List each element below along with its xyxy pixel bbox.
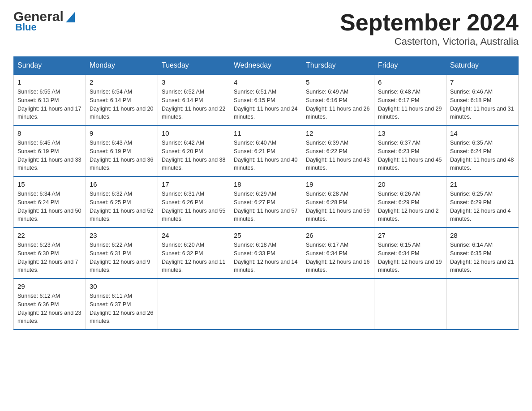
day-number: 22 <box>17 231 82 239</box>
day-number: 18 <box>234 180 298 188</box>
day-number: 25 <box>234 231 298 239</box>
table-row: 20 Sunrise: 6:26 AMSunset: 6:29 PMDaylig… <box>374 176 446 227</box>
table-row: 14 Sunrise: 6:35 AMSunset: 6:24 PMDaylig… <box>446 125 519 176</box>
day-info: Sunrise: 6:37 AMSunset: 6:23 PMDaylight:… <box>378 139 442 172</box>
day-number: 21 <box>450 180 515 188</box>
col-thursday: Thursday <box>302 57 374 75</box>
day-info: Sunrise: 6:55 AMSunset: 6:13 PMDaylight:… <box>17 88 82 121</box>
table-row: 21 Sunrise: 6:25 AMSunset: 6:29 PMDaylig… <box>446 176 519 227</box>
day-info: Sunrise: 6:17 AMSunset: 6:34 PMDaylight:… <box>306 241 370 274</box>
day-number: 27 <box>378 231 442 239</box>
table-row: 2 Sunrise: 6:54 AMSunset: 6:14 PMDayligh… <box>86 74 158 125</box>
day-info: Sunrise: 6:31 AMSunset: 6:26 PMDaylight:… <box>162 190 226 223</box>
table-row: 27 Sunrise: 6:15 AMSunset: 6:34 PMDaylig… <box>374 227 446 278</box>
table-row: 25 Sunrise: 6:18 AMSunset: 6:33 PMDaylig… <box>230 227 302 278</box>
logo-blue: Blue <box>15 21 37 33</box>
table-row: 8 Sunrise: 6:45 AMSunset: 6:19 PMDayligh… <box>14 125 86 176</box>
table-row: 3 Sunrise: 6:52 AMSunset: 6:14 PMDayligh… <box>158 74 230 125</box>
day-number: 16 <box>90 180 154 188</box>
day-info: Sunrise: 6:12 AMSunset: 6:36 PMDaylight:… <box>17 292 82 325</box>
day-info: Sunrise: 6:34 AMSunset: 6:24 PMDaylight:… <box>17 190 82 223</box>
table-row: 30 Sunrise: 6:11 AMSunset: 6:37 PMDaylig… <box>86 278 158 330</box>
day-info: Sunrise: 6:26 AMSunset: 6:29 PMDaylight:… <box>378 190 442 223</box>
table-row <box>158 278 230 330</box>
table-row: 29 Sunrise: 6:12 AMSunset: 6:36 PMDaylig… <box>14 278 86 330</box>
day-info: Sunrise: 6:23 AMSunset: 6:30 PMDaylight:… <box>17 241 82 274</box>
day-info: Sunrise: 6:25 AMSunset: 6:29 PMDaylight:… <box>450 190 515 223</box>
day-info: Sunrise: 6:28 AMSunset: 6:28 PMDaylight:… <box>306 190 370 223</box>
calendar-table: Sunday Monday Tuesday Wednesday Thursday… <box>13 56 519 330</box>
day-number: 17 <box>162 180 226 188</box>
day-number: 11 <box>234 129 298 137</box>
day-number: 15 <box>17 180 82 188</box>
calendar-title: September 2024 <box>340 9 519 36</box>
day-info: Sunrise: 6:29 AMSunset: 6:27 PMDaylight:… <box>234 190 298 223</box>
table-row: 5 Sunrise: 6:49 AMSunset: 6:16 PMDayligh… <box>302 74 374 125</box>
day-number: 14 <box>450 129 515 137</box>
col-saturday: Saturday <box>446 57 519 75</box>
calendar-week-row: 15 Sunrise: 6:34 AMSunset: 6:24 PMDaylig… <box>14 176 519 227</box>
day-info: Sunrise: 6:48 AMSunset: 6:17 PMDaylight:… <box>378 88 442 121</box>
table-row: 9 Sunrise: 6:43 AMSunset: 6:19 PMDayligh… <box>86 125 158 176</box>
table-row <box>230 278 302 330</box>
table-row: 1 Sunrise: 6:55 AMSunset: 6:13 PMDayligh… <box>14 74 86 125</box>
logo-triangle-icon <box>64 10 77 23</box>
calendar-week-row: 8 Sunrise: 6:45 AMSunset: 6:19 PMDayligh… <box>14 125 519 176</box>
day-info: Sunrise: 6:35 AMSunset: 6:24 PMDaylight:… <box>450 139 515 172</box>
table-row: 22 Sunrise: 6:23 AMSunset: 6:30 PMDaylig… <box>14 227 86 278</box>
table-row: 26 Sunrise: 6:17 AMSunset: 6:34 PMDaylig… <box>302 227 374 278</box>
day-info: Sunrise: 6:22 AMSunset: 6:31 PMDaylight:… <box>90 241 154 274</box>
table-row: 18 Sunrise: 6:29 AMSunset: 6:27 PMDaylig… <box>230 176 302 227</box>
day-info: Sunrise: 6:52 AMSunset: 6:14 PMDaylight:… <box>162 88 226 121</box>
day-number: 30 <box>90 283 154 290</box>
calendar-week-row: 22 Sunrise: 6:23 AMSunset: 6:30 PMDaylig… <box>14 227 519 278</box>
title-section: September 2024 Casterton, Victoria, Aust… <box>340 9 519 47</box>
day-number: 7 <box>450 78 515 86</box>
day-number: 19 <box>306 180 370 188</box>
col-tuesday: Tuesday <box>158 57 230 75</box>
day-number: 28 <box>450 231 515 239</box>
table-row: 16 Sunrise: 6:32 AMSunset: 6:25 PMDaylig… <box>86 176 158 227</box>
table-row: 19 Sunrise: 6:28 AMSunset: 6:28 PMDaylig… <box>302 176 374 227</box>
day-number: 26 <box>306 231 370 239</box>
day-number: 13 <box>378 129 442 137</box>
day-info: Sunrise: 6:54 AMSunset: 6:14 PMDaylight:… <box>90 88 154 121</box>
svg-marker-0 <box>66 12 75 22</box>
day-number: 1 <box>17 78 82 86</box>
table-row: 10 Sunrise: 6:42 AMSunset: 6:20 PMDaylig… <box>158 125 230 176</box>
day-info: Sunrise: 6:14 AMSunset: 6:35 PMDaylight:… <box>450 241 515 274</box>
table-row: 11 Sunrise: 6:40 AMSunset: 6:21 PMDaylig… <box>230 125 302 176</box>
day-info: Sunrise: 6:45 AMSunset: 6:19 PMDaylight:… <box>17 139 82 172</box>
day-info: Sunrise: 6:11 AMSunset: 6:37 PMDaylight:… <box>90 292 154 325</box>
day-number: 12 <box>306 129 370 137</box>
day-info: Sunrise: 6:51 AMSunset: 6:15 PMDaylight:… <box>234 88 298 121</box>
day-info: Sunrise: 6:40 AMSunset: 6:21 PMDaylight:… <box>234 139 298 172</box>
day-number: 5 <box>306 78 370 86</box>
table-row <box>302 278 374 330</box>
day-number: 9 <box>90 129 154 137</box>
col-monday: Monday <box>86 57 158 75</box>
day-info: Sunrise: 6:15 AMSunset: 6:34 PMDaylight:… <box>378 241 442 274</box>
calendar-week-row: 29 Sunrise: 6:12 AMSunset: 6:36 PMDaylig… <box>14 278 519 330</box>
col-sunday: Sunday <box>14 57 86 75</box>
table-row: 28 Sunrise: 6:14 AMSunset: 6:35 PMDaylig… <box>446 227 519 278</box>
day-info: Sunrise: 6:39 AMSunset: 6:22 PMDaylight:… <box>306 139 370 172</box>
calendar-week-row: 1 Sunrise: 6:55 AMSunset: 6:13 PMDayligh… <box>14 74 519 125</box>
table-row: 24 Sunrise: 6:20 AMSunset: 6:32 PMDaylig… <box>158 227 230 278</box>
day-info: Sunrise: 6:42 AMSunset: 6:20 PMDaylight:… <box>162 139 226 172</box>
day-number: 3 <box>162 78 226 86</box>
table-row: 7 Sunrise: 6:46 AMSunset: 6:18 PMDayligh… <box>446 74 519 125</box>
calendar-subtitle: Casterton, Victoria, Australia <box>340 36 519 47</box>
table-row: 12 Sunrise: 6:39 AMSunset: 6:22 PMDaylig… <box>302 125 374 176</box>
day-number: 23 <box>90 231 154 239</box>
logo: General Blue <box>13 9 77 33</box>
table-row: 13 Sunrise: 6:37 AMSunset: 6:23 PMDaylig… <box>374 125 446 176</box>
day-info: Sunrise: 6:46 AMSunset: 6:18 PMDaylight:… <box>450 88 515 121</box>
day-info: Sunrise: 6:49 AMSunset: 6:16 PMDaylight:… <box>306 88 370 121</box>
day-info: Sunrise: 6:32 AMSunset: 6:25 PMDaylight:… <box>90 190 154 223</box>
day-number: 20 <box>378 180 442 188</box>
day-number: 2 <box>90 78 154 86</box>
day-number: 4 <box>234 78 298 86</box>
day-info: Sunrise: 6:43 AMSunset: 6:19 PMDaylight:… <box>90 139 154 172</box>
day-info: Sunrise: 6:18 AMSunset: 6:33 PMDaylight:… <box>234 241 298 274</box>
